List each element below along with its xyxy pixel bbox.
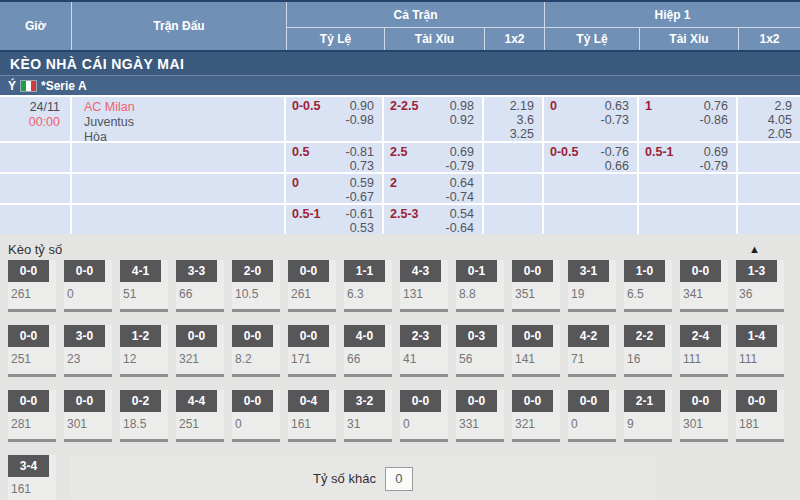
score-button[interactable]: 1-0 bbox=[624, 260, 665, 282]
ft-over-under-cell[interactable]: 2.5-30.54-0.64 bbox=[384, 205, 482, 234]
score-button[interactable]: 0-0 bbox=[512, 260, 553, 282]
score-button[interactable]: 0-0 bbox=[568, 390, 609, 412]
ft-handicap-cell[interactable]: 0.5-0.810.73 bbox=[286, 143, 382, 172]
score-button[interactable]: 0-0 bbox=[8, 325, 49, 347]
score-button[interactable]: 0-0 bbox=[64, 260, 105, 282]
h1-1x2-cell[interactable]: 2.94.052.05 bbox=[738, 97, 800, 141]
score-tile[interactable]: 1-212 bbox=[120, 325, 168, 377]
score-button[interactable]: 1-2 bbox=[120, 325, 161, 347]
score-tile[interactable]: 0-0321 bbox=[176, 325, 224, 377]
score-button[interactable]: 4-3 bbox=[400, 260, 441, 282]
score-tile[interactable]: 3-119 bbox=[568, 260, 616, 312]
ft-handicap-cell[interactable]: 0.5-1-0.610.53 bbox=[286, 205, 382, 234]
score-tile[interactable]: 0-0331 bbox=[456, 390, 504, 442]
score-tile[interactable]: 0-0251 bbox=[8, 325, 56, 377]
other-score-input[interactable]: 0 bbox=[385, 467, 413, 491]
score-button[interactable]: 0-0 bbox=[64, 390, 105, 412]
score-tile[interactable]: 1-336 bbox=[736, 260, 784, 312]
score-tile[interactable]: 0-0301 bbox=[64, 390, 112, 442]
score-tile[interactable]: 1-4111 bbox=[736, 325, 784, 377]
score-button[interactable]: 0-1 bbox=[456, 260, 497, 282]
chevron-up-icon[interactable]: ▲ bbox=[749, 244, 760, 254]
score-tile[interactable]: 0-00 bbox=[232, 390, 280, 442]
score-button[interactable]: 0-0 bbox=[512, 390, 553, 412]
score-button[interactable]: 3-3 bbox=[176, 260, 217, 282]
score-button[interactable]: 4-2 bbox=[568, 325, 609, 347]
score-tile[interactable]: 1-06.5 bbox=[624, 260, 672, 312]
score-button[interactable]: 3-2 bbox=[344, 390, 385, 412]
score-button[interactable]: 4-1 bbox=[120, 260, 161, 282]
ft-handicap-cell[interactable]: 0-0.50.90-0.98 bbox=[286, 97, 382, 141]
score-button[interactable]: 0-0 bbox=[456, 390, 497, 412]
score-button[interactable]: 4-4 bbox=[176, 390, 217, 412]
score-tile[interactable]: 4-066 bbox=[344, 325, 392, 377]
score-button[interactable]: 2-2 bbox=[624, 325, 665, 347]
score-button[interactable]: 0-0 bbox=[288, 260, 329, 282]
score-tile[interactable]: 0-0321 bbox=[512, 390, 560, 442]
score-tile[interactable]: 3-023 bbox=[64, 325, 112, 377]
score-button[interactable]: 1-4 bbox=[736, 325, 777, 347]
score-tile[interactable]: 0-0141 bbox=[512, 325, 560, 377]
score-button[interactable]: 0-3 bbox=[456, 325, 497, 347]
score-tile[interactable]: 2-4111 bbox=[680, 325, 728, 377]
score-tile[interactable]: 0-0261 bbox=[288, 260, 336, 312]
ft-over-under-cell[interactable]: 20.64-0.74 bbox=[384, 174, 482, 203]
team-name[interactable]: AC Milan bbox=[84, 100, 284, 115]
score-tile[interactable]: 0-0301 bbox=[680, 390, 728, 442]
score-tile[interactable]: 3-231 bbox=[344, 390, 392, 442]
score-tile[interactable]: 4-151 bbox=[120, 260, 168, 312]
score-tile[interactable]: 4-3131 bbox=[400, 260, 448, 312]
score-button[interactable]: 4-0 bbox=[344, 325, 385, 347]
score-tile[interactable]: 1-16.3 bbox=[344, 260, 392, 312]
score-button[interactable]: 3-1 bbox=[568, 260, 609, 282]
score-tile[interactable]: 4-271 bbox=[568, 325, 616, 377]
score-button[interactable]: 2-3 bbox=[400, 325, 441, 347]
score-tile[interactable]: 2-19 bbox=[624, 390, 672, 442]
score-tile[interactable]: 0-0281 bbox=[8, 390, 56, 442]
league-row[interactable]: Ý *Serie A bbox=[0, 75, 800, 97]
ft-over-under-cell[interactable]: 2.50.69-0.79 bbox=[384, 143, 482, 172]
score-tile[interactable]: 0-0351 bbox=[512, 260, 560, 312]
score-tile[interactable]: 4-4251 bbox=[176, 390, 224, 442]
score-button[interactable]: 0-0 bbox=[400, 390, 441, 412]
score-button[interactable]: 0-2 bbox=[120, 390, 161, 412]
score-button[interactable]: 2-1 bbox=[624, 390, 665, 412]
score-button[interactable]: 0-0 bbox=[512, 325, 553, 347]
ft-1x2-cell[interactable]: 2.193.63.25 bbox=[484, 97, 542, 141]
h1-handicap-cell[interactable]: 0-0.5-0.760.66 bbox=[544, 143, 637, 172]
h1-over-under-cell[interactable]: 10.76-0.86 bbox=[639, 97, 736, 141]
score-button[interactable]: 0-0 bbox=[736, 390, 777, 412]
score-button[interactable]: 0-0 bbox=[8, 390, 49, 412]
score-tile[interactable]: 3-4161 bbox=[8, 455, 56, 500]
score-tile[interactable]: 0-00 bbox=[64, 260, 112, 312]
score-tile[interactable]: 0-18.8 bbox=[456, 260, 504, 312]
team-name[interactable]: Juventus bbox=[84, 115, 284, 130]
score-button[interactable]: 0-0 bbox=[680, 260, 721, 282]
team-name[interactable]: Hòa bbox=[84, 130, 284, 141]
score-button[interactable]: 0-0 bbox=[232, 390, 273, 412]
h1-over-under-cell[interactable]: 0.5-10.69-0.79 bbox=[639, 143, 736, 172]
score-tile[interactable]: 0-0181 bbox=[736, 390, 784, 442]
ft-handicap-cell[interactable]: 00.59-0.67 bbox=[286, 174, 382, 203]
score-button[interactable]: 0-4 bbox=[288, 390, 329, 412]
score-tile[interactable]: 2-010.5 bbox=[232, 260, 280, 312]
score-tile[interactable]: 0-00 bbox=[568, 390, 616, 442]
score-tile[interactable]: 2-341 bbox=[400, 325, 448, 377]
score-button[interactable]: 0-0 bbox=[8, 260, 49, 282]
score-button[interactable]: 0-0 bbox=[680, 390, 721, 412]
score-tile[interactable]: 3-366 bbox=[176, 260, 224, 312]
score-tile[interactable]: 0-0171 bbox=[288, 325, 336, 377]
score-button[interactable]: 2-4 bbox=[680, 325, 721, 347]
score-tile[interactable]: 2-216 bbox=[624, 325, 672, 377]
score-tile[interactable]: 0-4161 bbox=[288, 390, 336, 442]
score-button[interactable]: 2-0 bbox=[232, 260, 273, 282]
score-tile[interactable]: 0-00 bbox=[400, 390, 448, 442]
score-tile[interactable]: 0-0261 bbox=[8, 260, 56, 312]
score-tile[interactable]: 0-218.5 bbox=[120, 390, 168, 442]
score-button[interactable]: 3-0 bbox=[64, 325, 105, 347]
score-button[interactable]: 1-3 bbox=[736, 260, 777, 282]
score-tile[interactable]: 0-356 bbox=[456, 325, 504, 377]
h1-handicap-cell[interactable]: 00.63-0.73 bbox=[544, 97, 637, 141]
ft-over-under-cell[interactable]: 2-2.50.980.92 bbox=[384, 97, 482, 141]
score-button[interactable]: 0-0 bbox=[176, 325, 217, 347]
